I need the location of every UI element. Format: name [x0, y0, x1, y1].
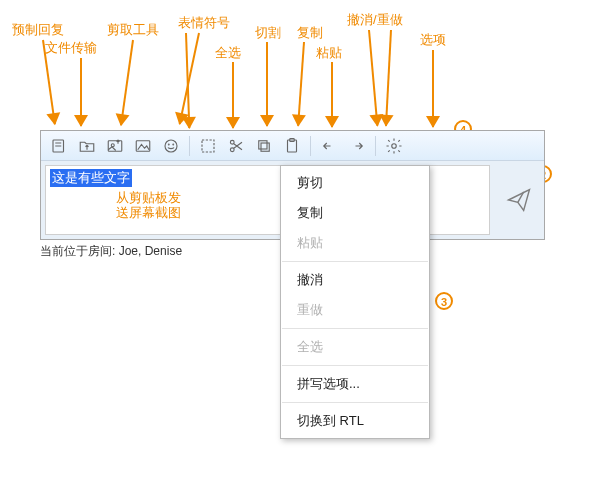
- speech-page-icon: [50, 137, 68, 155]
- status-prefix: 当前位于房间:: [40, 244, 115, 258]
- status-room-name: Joe, Denise: [119, 244, 182, 258]
- marker-3: 3: [435, 292, 453, 310]
- mountain-snip-icon: [134, 137, 152, 155]
- menu-item-copy[interactable]: 复制: [281, 198, 429, 228]
- annotation-emoji: 表情符号: [178, 15, 230, 30]
- menu-item-cut[interactable]: 剪切: [281, 168, 429, 198]
- clipboard-screenshot-button[interactable]: [101, 133, 129, 159]
- svg-point-14: [392, 143, 397, 148]
- menu-item-undo[interactable]: 撤消: [281, 265, 429, 295]
- annotation-clipboard-shot-l1: 从剪贴板发: [116, 190, 181, 205]
- menu-item-paste[interactable]: 粘贴: [281, 228, 429, 258]
- smile-icon: [162, 137, 180, 155]
- paste-button[interactable]: [278, 133, 306, 159]
- menu-item-redo[interactable]: 重做: [281, 295, 429, 325]
- copy-button[interactable]: [250, 133, 278, 159]
- annotation-select-all: 全选: [215, 45, 241, 60]
- image-upload-icon: [106, 137, 124, 155]
- menu-divider: [282, 402, 428, 403]
- context-menu: 剪切 复制 粘贴 撤消 重做 全选 拼写选项... 切换到 RTL: [280, 165, 430, 439]
- folder-upload-icon: [78, 137, 96, 155]
- select-all-icon: [199, 137, 217, 155]
- arrow-clip-tool: [120, 40, 134, 125]
- copy-icon: [255, 137, 273, 155]
- svg-point-9: [230, 140, 234, 144]
- annotation-file-transfer: 文件传输: [45, 40, 97, 55]
- menu-divider: [282, 261, 428, 262]
- svg-point-8: [230, 147, 234, 151]
- options-button[interactable]: [380, 133, 408, 159]
- toolbar-separator: [375, 136, 376, 156]
- svg-rect-10: [261, 143, 269, 151]
- arrow-copy: [297, 42, 305, 126]
- svg-point-4: [165, 140, 177, 152]
- annotation-clip-tool: 剪取工具: [107, 22, 159, 37]
- canned-reply-button[interactable]: [45, 133, 73, 159]
- menu-item-spelling[interactable]: 拼写选项...: [281, 369, 429, 399]
- scissors-icon: [227, 137, 245, 155]
- menu-item-select-all[interactable]: 全选: [281, 332, 429, 362]
- menu-item-rtl[interactable]: 切换到 RTL: [281, 406, 429, 436]
- annotation-canned-reply: 预制回复: [12, 22, 64, 37]
- cut-button[interactable]: [222, 133, 250, 159]
- menu-divider: [282, 365, 428, 366]
- send-button[interactable]: [494, 161, 544, 239]
- redo-icon: [348, 137, 366, 155]
- emoji-button[interactable]: [157, 133, 185, 159]
- toolbar: [41, 131, 544, 161]
- arrow-redo: [385, 30, 392, 126]
- arrow-file-transfer: [80, 58, 82, 126]
- file-transfer-button[interactable]: [73, 133, 101, 159]
- annotation-undo-redo: 撤消/重做: [347, 12, 403, 27]
- annotation-clipboard-shot-l2: 送屏幕截图: [116, 205, 181, 220]
- arrow-options: [432, 50, 434, 127]
- status-bar: 当前位于房间: Joe, Denise: [40, 243, 182, 260]
- selected-text: 这是有些文字: [50, 169, 132, 187]
- svg-rect-11: [259, 140, 267, 148]
- arrow-undo: [368, 30, 378, 126]
- annotation-cut: 切割: [255, 25, 281, 40]
- undo-icon: [320, 137, 338, 155]
- annotation-copy: 复制: [297, 25, 323, 40]
- undo-button[interactable]: [315, 133, 343, 159]
- gear-icon: [385, 137, 403, 155]
- arrow-paste: [331, 62, 333, 127]
- redo-button[interactable]: [343, 133, 371, 159]
- svg-rect-7: [202, 140, 214, 152]
- arrow-cut: [266, 42, 268, 126]
- toolbar-separator: [189, 136, 190, 156]
- svg-point-5: [168, 144, 169, 145]
- select-all-button[interactable]: [194, 133, 222, 159]
- arrow-select-all: [232, 62, 234, 128]
- svg-point-6: [173, 144, 174, 145]
- annotation-options: 选项: [420, 32, 446, 47]
- toolbar-separator: [310, 136, 311, 156]
- paper-plane-icon: [505, 186, 533, 214]
- snip-tool-button[interactable]: [129, 133, 157, 159]
- paste-icon: [283, 137, 301, 155]
- annotation-paste: 粘贴: [316, 45, 342, 60]
- menu-divider: [282, 328, 428, 329]
